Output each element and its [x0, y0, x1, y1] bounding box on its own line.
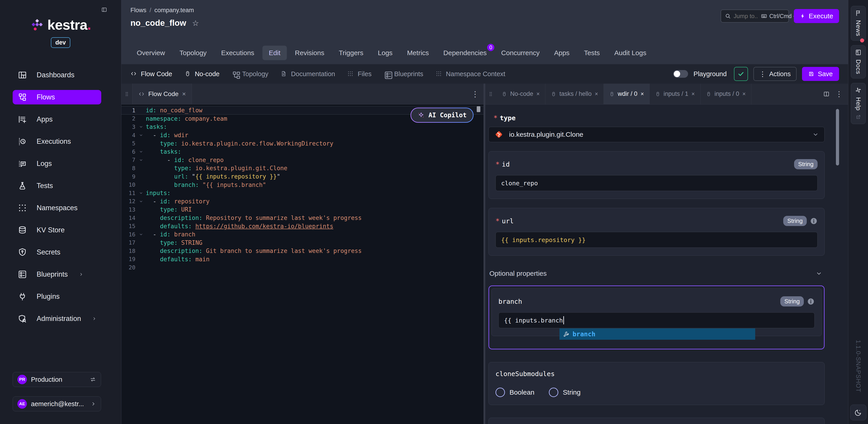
ai-copilot-button[interactable]: AI Copilot: [410, 108, 473, 123]
id-input[interactable]: clone_repo: [495, 175, 817, 191]
tab-overview[interactable]: Overview: [130, 46, 171, 60]
actions-button[interactable]: ⋮ Actions: [753, 67, 797, 81]
tab-topology[interactable]: Topology: [173, 46, 213, 60]
sidebar-item-blueprints[interactable]: Blueprints: [13, 267, 101, 282]
tab-apps[interactable]: Apps: [548, 46, 576, 60]
search-input[interactable]: [734, 13, 758, 20]
rail-tab-help[interactable]: Help: [851, 83, 866, 124]
rail-tab-news[interactable]: News: [851, 6, 866, 41]
favorite-star-icon[interactable]: ☆: [192, 19, 199, 28]
toolbar-item-blueprints[interactable]: Blueprints: [384, 70, 423, 78]
toolbar-item-no-code[interactable]: No-code: [184, 70, 220, 78]
close-icon[interactable]: ×: [691, 91, 695, 97]
fold-chevron-icon[interactable]: [136, 124, 146, 129]
clone-submodules-label: cloneSubmodules: [495, 370, 555, 378]
close-icon[interactable]: ×: [536, 91, 540, 97]
tab-audit-logs[interactable]: Audit Logs: [608, 46, 653, 60]
nocode-tab-no-code[interactable]: No-code×: [496, 84, 546, 104]
nocode-menu-icon[interactable]: ⋮: [835, 90, 843, 98]
nocode-tab-wdir-0[interactable]: wdir / 0×: [604, 84, 650, 104]
sidebar-item-dashboards[interactable]: Dashboards: [13, 68, 101, 82]
nocode-tab-inputs-1[interactable]: inputs / 1×: [650, 84, 701, 104]
fold-chevron-icon[interactable]: [136, 199, 146, 204]
toolbar-item-namespace-context[interactable]: Namespace Context: [436, 70, 505, 78]
sidebar-item-secrets[interactable]: Secrets: [13, 245, 101, 260]
tab-triggers[interactable]: Triggers: [333, 46, 370, 60]
fold-chevron-icon[interactable]: [136, 149, 146, 154]
panel-splitter[interactable]: [484, 84, 485, 424]
close-icon[interactable]: ×: [742, 91, 746, 97]
jump-to-search[interactable]: Ctrl/Cmd + K: [721, 9, 789, 23]
kestra-logo[interactable]: kestra.: [0, 17, 121, 33]
code-panel-menu-icon[interactable]: ⋮: [471, 90, 484, 98]
info-icon[interactable]: [807, 298, 815, 305]
drag-handle-icon[interactable]: [485, 91, 496, 97]
nocode-tab-tasks-hello[interactable]: tasks / hello×: [546, 84, 604, 104]
nocode-scrollbar[interactable]: [836, 109, 839, 165]
sidebar-item-namespaces[interactable]: Namespaces: [13, 201, 101, 215]
code-line-10: 10 branch: "{{ inputs.branch": [121, 181, 484, 189]
sidebar-item-logs[interactable]: Logs: [13, 156, 101, 171]
tab-metrics[interactable]: Metrics: [401, 46, 435, 60]
breadcrumb-namespace[interactable]: company.team: [154, 7, 194, 14]
tab-dependencies[interactable]: Dependencies0: [437, 46, 493, 60]
nocode-tab-inputs-0[interactable]: inputs / 0×: [701, 84, 751, 104]
toolbar-item-topology[interactable]: Topology: [232, 70, 268, 78]
sidebar-item-plugins[interactable]: Plugins: [13, 289, 101, 304]
tab-concurrency[interactable]: Concurrency: [495, 46, 546, 60]
chevron-down-icon: [812, 131, 819, 138]
user-menu[interactable]: AE aemerich@kestr...: [13, 396, 101, 411]
rail-tab-docs[interactable]: Docs: [851, 45, 866, 79]
tab-logs[interactable]: Logs: [372, 46, 399, 60]
toolbar-item-flow-code[interactable]: Flow Code: [130, 70, 172, 78]
optional-properties-header[interactable]: Optional properties: [489, 270, 825, 277]
page-header: Flows / company.team no_code_flow ☆ Ctrl…: [121, 0, 848, 64]
sidebar-item-apps[interactable]: Apps: [13, 112, 101, 127]
sidebar-item-administration[interactable]: Administration: [13, 311, 101, 326]
type-select[interactable]: io.kestra.plugin.git.Clone: [489, 127, 825, 142]
info-icon[interactable]: [810, 217, 817, 225]
tab-flow-code[interactable]: Flow Code ×: [132, 84, 192, 104]
fold-chevron-icon[interactable]: [136, 133, 146, 138]
sidebar-item-flows[interactable]: Flows: [13, 90, 101, 104]
drag-handle-icon[interactable]: [121, 91, 132, 97]
code-line-20: 20: [121, 263, 484, 272]
radio-boolean[interactable]: Boolean: [495, 388, 534, 397]
tab-executions[interactable]: Executions: [215, 46, 260, 60]
close-icon[interactable]: ×: [182, 90, 186, 98]
breadcrumb-flows[interactable]: Flows: [130, 7, 147, 14]
tab-tests[interactable]: Tests: [578, 46, 606, 60]
playground-toggle[interactable]: [673, 70, 688, 78]
fold-chevron-icon[interactable]: [136, 158, 146, 162]
validate-button[interactable]: [734, 67, 748, 81]
tenant-switcher[interactable]: PR Production: [13, 372, 101, 387]
save-button[interactable]: Save: [802, 67, 839, 81]
mouse-icon: [609, 91, 615, 97]
tab-revisions[interactable]: Revisions: [289, 46, 331, 60]
toolbar-item-documentation[interactable]: Documentation: [281, 70, 335, 78]
sidebar-item-tests[interactable]: Tests: [13, 179, 101, 193]
sidebar-item-kv-store[interactable]: KV Store: [13, 223, 101, 237]
branch-input[interactable]: {{ inputs.branch: [498, 312, 815, 328]
type-field-label: type: [500, 114, 516, 122]
sidebar-item-label: Apps: [37, 115, 53, 123]
close-icon[interactable]: ×: [595, 91, 598, 97]
autocomplete-suggestion[interactable]: branch: [559, 328, 755, 340]
split-view-icon[interactable]: [823, 91, 830, 97]
radio-string[interactable]: String: [549, 388, 581, 397]
apps-icon: [18, 115, 27, 124]
execute-button[interactable]: Execute: [794, 9, 839, 23]
dark-mode-toggle[interactable]: [850, 404, 866, 420]
code-text: type: URI: [146, 206, 192, 213]
toolbar-item-files[interactable]: Files: [347, 70, 371, 78]
editor-scrollbar[interactable]: [477, 106, 480, 112]
url-input[interactable]: {{ inputs.repository }}: [495, 232, 817, 248]
sidebar-collapse-icon[interactable]: [101, 7, 107, 13]
yaml-editor[interactable]: 1id: no_code_flow2namespace: company.tea…: [121, 104, 484, 424]
sidebar-item-executions[interactable]: Executions: [13, 134, 101, 149]
tab-edit[interactable]: Edit: [262, 46, 287, 60]
fold-chevron-icon[interactable]: [136, 191, 146, 195]
fold-chevron-icon[interactable]: [136, 232, 146, 237]
line-number: 8: [121, 165, 136, 172]
close-icon[interactable]: ×: [641, 91, 644, 97]
